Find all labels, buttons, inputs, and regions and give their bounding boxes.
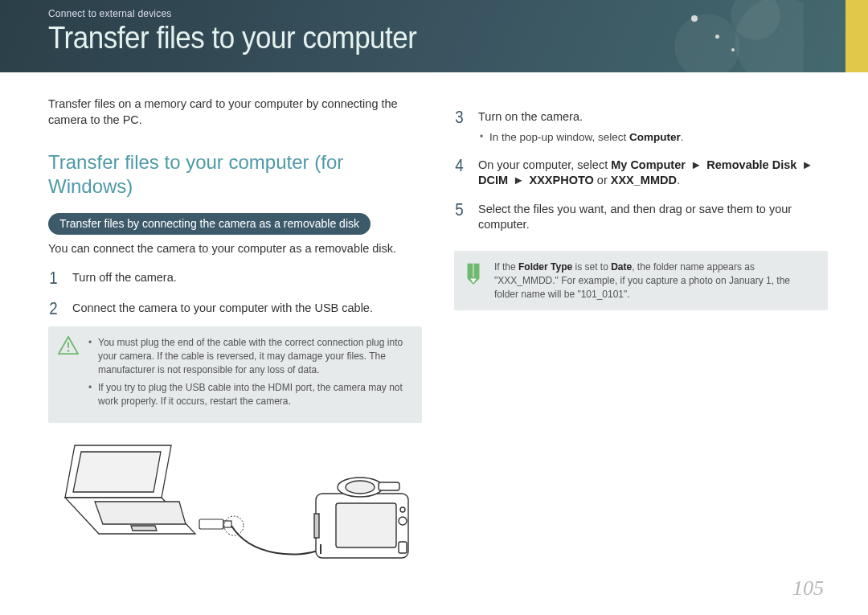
step-5: 5 Select the files you want, and then dr… [454,200,828,233]
step-4: 4 On your computer, select My Computer ►… [454,156,828,189]
arrow-icon: ► [508,174,529,187]
caution-item: You must plug the end of the cable with … [88,336,411,376]
step-sub-bullet: In the pop-up window, select Computer. [478,130,828,145]
step-2: 2 Connect the camera to your computer wi… [48,299,422,318]
svg-marker-7 [131,526,157,531]
caution-item: If you try to plug the USB cable into th… [88,381,411,408]
step-number: 3 [455,108,467,127]
step-text: Turn off the camera. [72,269,422,286]
step-number: 2 [49,299,61,318]
left-column: Transfer files on a memory card to your … [48,96,422,571]
svg-marker-6 [95,502,186,524]
right-column: 3 Turn on the camera. In the pop-up wind… [454,96,828,571]
step-1: 1 Turn off the camera. [48,269,422,288]
step-text: Select the files you want, and then drag… [478,200,828,233]
svg-rect-12 [336,503,396,547]
info-box: If the Folder Type is set to Date, the f… [454,251,828,310]
arrow-icon: ► [686,158,706,171]
svg-rect-8 [199,519,223,529]
page-header: Connect to external devices Transfer fil… [0,0,868,72]
info-text: If the Folder Type is set to Date, the f… [494,260,817,301]
svg-point-16 [400,507,405,512]
pill-subtext: You can connect the camera to your compu… [48,241,422,257]
topic-pill: Transfer files by connecting the camera … [48,213,371,235]
svg-marker-5 [73,452,161,492]
intro-text: Transfer files on a memory card to your … [48,96,422,128]
arrow-icon: ► [796,158,814,171]
laptop-camera-illustration [59,437,412,566]
connection-diagram [48,437,422,571]
step-number: 1 [49,269,61,288]
content-area: Transfer files on a memory card to your … [0,72,868,571]
step-text: Turn on the camera. [478,110,583,123]
page-number: 105 [792,576,824,601]
svg-point-2 [68,350,70,352]
pencil-icon [464,262,483,285]
svg-rect-19 [379,482,399,490]
breadcrumb: Connect to external devices [48,8,820,19]
step-3: 3 Turn on the camera. In the pop-up wind… [454,108,828,145]
svg-rect-18 [314,514,319,538]
svg-rect-17 [399,542,407,553]
caution-icon [58,336,79,355]
page-title: Transfer files to your computer [48,21,758,55]
step-number: 4 [455,156,467,175]
step-number: 5 [455,200,467,219]
caution-list: You must plug the end of the cable with … [88,336,411,408]
svg-point-15 [399,517,407,525]
caution-box: You must plug the end of the cable with … [48,326,422,423]
section-subhead: Transfer files to your computer (for Win… [48,150,422,199]
section-tab-yellow [845,0,868,72]
svg-point-14 [346,481,375,494]
step-body: Turn on the camera. In the pop-up window… [478,108,828,145]
step-text: Connect the camera to your computer with… [72,299,422,317]
step-text: On your computer, select My Computer ► R… [478,156,828,189]
